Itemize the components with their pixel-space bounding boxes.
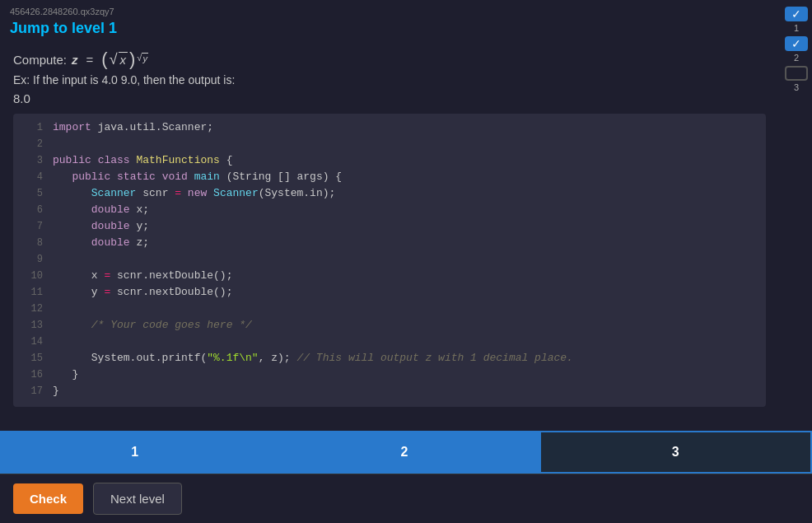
badge-num-1: 1 [794,23,799,33]
line-num-7: 7 [20,220,43,232]
code-line-15: 15 System.out.printf("%.1f\n", z); // Th… [13,351,766,367]
line-code-1: import java.util.Scanner; [53,121,213,133]
line-code-10: x = scnr.nextDouble(); [53,269,232,282]
code-editor[interactable]: 1 import java.util.Scanner; 2 3 public c… [13,114,766,407]
code-line-6: 6 double x; [13,203,766,219]
sqrt-x: √ x [110,52,128,67]
line-num-10: 10 [20,269,43,282]
line-num-1: 1 [20,121,43,133]
sidebar-badge-1[interactable]: ✓ 1 [783,7,810,33]
compute-prefix: Compute: [13,53,67,67]
line-code-5: Scanner scnr = new Scanner(System.in); [53,187,335,199]
radicand-y: y [142,53,148,63]
formula-section: Compute: z = ( √ x ) √ y [13,50,799,105]
line-num-16: 16 [20,368,43,381]
math-formula: ( √ x ) √ y [101,50,148,68]
code-line-9: 9 [13,252,766,269]
top-bar: 456426.2848260.qx3zqy7 Jump to level 1 [0,0,812,40]
code-line-8: 8 double z; [13,236,766,252]
code-line-10: 10 x = scnr.nextDouble(); [13,269,766,285]
code-line-2: 2 [13,137,766,153]
output-value: 8.0 [13,91,799,105]
tab-2-label: 2 [401,445,408,460]
line-code-7: double y; [53,220,149,232]
variable-z: z [72,53,78,67]
example-text: Ex: If the input is 4.0 9.0, then the ou… [13,73,799,86]
line-num-15: 15 [20,352,43,364]
line-num-2: 2 [20,138,43,150]
code-line-14: 14 [13,334,766,351]
line-code-6: double x; [53,203,149,216]
code-line-12: 12 [13,301,766,318]
radicand-x: x [119,52,128,67]
content-area: Compute: z = ( √ x ) √ y [0,40,812,431]
tab-3[interactable]: 3 [539,431,812,474]
jump-to-level[interactable]: Jump to level 1 [10,20,802,37]
line-code-17: } [53,385,59,397]
line-num-17: 17 [20,385,43,397]
code-line-4: 4 public static void main (String [] arg… [13,170,766,186]
line-num-11: 11 [20,286,43,298]
main-container: 456426.2848260.qx3zqy7 Jump to level 1 ✓… [0,0,812,523]
line-code-3: public class MathFunctions { [53,154,232,166]
code-line-5: 5 Scanner scnr = new Scanner(System.in); [13,186,766,203]
line-code-13: /* Your code goes here */ [53,319,252,331]
check-button[interactable]: Check [13,483,83,514]
line-code-15: System.out.printf("%.1f\n", z); // This … [53,352,573,364]
line-code-8: double z; [53,236,149,249]
line-code-16: } [53,368,78,381]
line-num-3: 3 [20,154,43,166]
tab-2[interactable]: 2 [269,431,539,474]
equals-sign: = [86,53,94,67]
code-line-13: 13 /* Your code goes here */ [13,318,766,334]
line-num-5: 5 [20,187,43,199]
exponent-group: √ y [137,56,148,63]
tab-3-label: 3 [672,445,679,460]
action-bar: Check Next level [0,474,812,523]
code-line-17: 17 } [13,384,766,400]
line-num-8: 8 [20,236,43,249]
tab-1[interactable]: 1 [0,431,269,474]
line-num-4: 4 [20,170,43,183]
code-line-16: 16 } [13,367,766,384]
line-code-11: y = scnr.nextDouble(); [53,286,232,298]
tabs-bar: 1 2 3 [0,431,812,474]
line-num-14: 14 [20,335,43,348]
code-line-11: 11 y = scnr.nextDouble(); [13,285,766,301]
compute-label: Compute: z = ( √ x ) √ y [13,50,799,68]
line-num-6: 6 [20,203,43,216]
line-code-4: public static void main (String [] args)… [53,170,342,183]
line-num-9: 9 [20,253,43,265]
code-line-3: 3 public class MathFunctions { [13,153,766,170]
close-paren: ) [129,50,135,68]
line-num-12: 12 [20,302,43,315]
line-num-13: 13 [20,319,43,331]
tab-1-label: 1 [131,445,138,460]
check-icon-1: ✓ [785,7,808,21]
session-id: 456426.2848260.qx3zqy7 [10,7,802,16]
sqrt-y-exp: √ y [137,53,148,63]
sqrt-symbol: √ [110,52,118,67]
code-line-1: 1 import java.util.Scanner; [13,120,766,137]
open-paren: ( [101,50,107,68]
next-level-button[interactable]: Next level [93,483,182,515]
code-line-7: 7 double y; [13,219,766,236]
